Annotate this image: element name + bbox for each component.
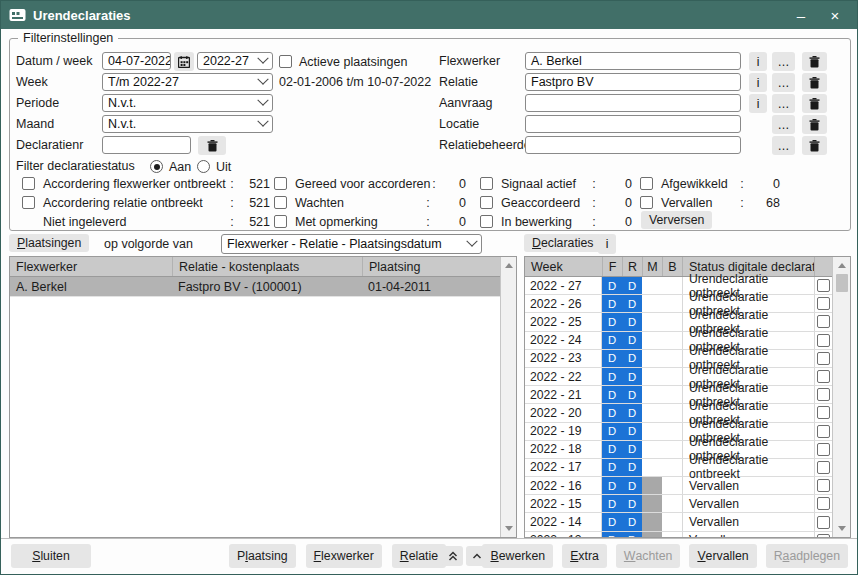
radio-uit[interactable] — [197, 160, 210, 173]
sort-select[interactable]: Flexwerker - Relatie - Plaatsingsdatum — [221, 234, 482, 254]
declaratie-row[interactable]: 2022 - 15 D D Vervallen — [525, 495, 832, 513]
aanvraag-input[interactable] — [525, 94, 741, 112]
flexwerker-browse-button[interactable]: … — [772, 52, 795, 71]
locatie-browse-button[interactable]: … — [772, 115, 795, 134]
relatiebeheerder-input[interactable] — [525, 136, 741, 154]
periode-label: Periode — [16, 96, 59, 110]
declaraties-scrollbar[interactable] — [832, 257, 850, 537]
plaatsing-row[interactable]: A. Berkel Fastpro BV - (100001) 01-04-20… — [10, 277, 500, 297]
row-checkbox[interactable] — [817, 352, 830, 365]
aanvraag-clear-button[interactable] — [802, 94, 827, 113]
declaratienr-clear-button[interactable] — [198, 136, 226, 155]
relatiebeheerder-browse-button[interactable]: … — [772, 136, 795, 155]
row-checkbox[interactable] — [817, 534, 830, 537]
declaratienr-input[interactable] — [102, 136, 191, 154]
row-checkbox[interactable] — [817, 479, 830, 492]
wachten-button[interactable]: Wachten — [616, 544, 681, 568]
flexwerker-button[interactable]: Flexwerker — [306, 544, 382, 568]
status-item: Wachten : 0 — [274, 193, 466, 212]
status-filter-checkbox[interactable] — [22, 196, 35, 209]
date-input[interactable]: 04-07-2022 — [102, 52, 171, 70]
declaratie-row[interactable]: 2022 - 16 D D Vervallen — [525, 477, 832, 495]
scrollbar-down-arrow[interactable] — [838, 526, 846, 531]
aanvraag-info-button[interactable]: i — [749, 94, 767, 113]
row-checkbox[interactable] — [817, 425, 830, 438]
periode-select[interactable]: N.v.t. — [102, 94, 273, 112]
maand-select[interactable]: N.v.t. — [102, 115, 273, 133]
row-checkbox[interactable] — [817, 443, 830, 456]
row-checkbox[interactable] — [817, 461, 830, 474]
col-week[interactable]: Week — [525, 257, 602, 276]
declaratie-row[interactable]: 2022 - 14 D D Vervallen — [525, 513, 832, 531]
calendar-button[interactable] — [174, 52, 194, 71]
col-relatie-kostenplaats[interactable]: Relatie - kostenplaats — [172, 257, 362, 276]
col-f[interactable]: F — [602, 257, 622, 276]
relatie-button[interactable]: Relatie — [392, 544, 446, 568]
actieve-plaatsingen-checkbox[interactable] — [279, 55, 292, 68]
row-checkbox[interactable] — [817, 370, 830, 383]
bewerken-button[interactable]: Bewerken — [482, 544, 553, 568]
b-cell — [662, 332, 682, 349]
vervallen-button[interactable]: Vervallen — [689, 544, 756, 568]
week-select[interactable]: 2022-27 — [197, 52, 273, 70]
scrollbar-thumb[interactable] — [836, 274, 848, 292]
col-m[interactable]: M — [642, 257, 662, 276]
relatie-browse-button[interactable]: … — [772, 73, 795, 92]
raadplegen-button[interactable]: Raadplegen — [766, 544, 848, 568]
close-button[interactable]: × — [821, 4, 849, 26]
relatie-clear-button[interactable] — [802, 73, 827, 92]
scrollbar-up-arrow[interactable] — [505, 263, 513, 268]
sluiten-button[interactable]: Sluiten — [11, 544, 91, 568]
flexwerker-info-button[interactable]: i — [749, 52, 767, 71]
verversen-button[interactable]: Verversen — [641, 211, 712, 229]
scroll-top-button[interactable] — [442, 546, 463, 566]
status-filter-checkbox[interactable] — [274, 196, 287, 209]
row-checkbox[interactable] — [817, 334, 830, 347]
row-checkbox[interactable] — [817, 388, 830, 401]
status-filter-checkbox[interactable] — [480, 196, 493, 209]
flexwerker-accord-cell: D — [602, 295, 622, 312]
scrollbar-down-arrow[interactable] — [505, 526, 513, 531]
plaatsingen-scrollbar[interactable] — [500, 257, 516, 537]
flexwerker-input[interactable]: A. Berkel — [525, 52, 741, 70]
status-filter-checkbox[interactable] — [274, 177, 287, 190]
row-checkbox[interactable] — [817, 516, 830, 529]
row-checkbox[interactable] — [817, 279, 830, 292]
status-filter-checkbox[interactable] — [22, 177, 35, 190]
declaratie-row[interactable]: 2022 - 13 D D Vervallen — [525, 532, 832, 537]
declaratie-row[interactable]: 2022 - 17 D D Urendeclaratie ontbreekt — [525, 459, 832, 477]
row-checkbox[interactable] — [817, 497, 830, 510]
tab-plaatsingen[interactable]: Plaatsingen — [9, 234, 89, 252]
m-cell — [642, 350, 662, 367]
radio-aan[interactable] — [150, 160, 163, 173]
status-filter-checkbox[interactable] — [640, 196, 653, 209]
declaraties-info-button[interactable]: i — [598, 234, 616, 254]
aanvraag-browse-button[interactable]: … — [772, 94, 795, 113]
relatiebeheerder-clear-button[interactable] — [802, 136, 827, 155]
row-checkbox[interactable] — [817, 315, 830, 328]
col-b[interactable]: B — [662, 257, 682, 276]
status-filter-checkbox[interactable] — [274, 215, 287, 228]
status-filter-checkbox[interactable] — [480, 177, 493, 190]
scrollbar-up-arrow[interactable] — [838, 263, 846, 268]
relatie-info-button[interactable]: i — [749, 73, 767, 92]
extra-button[interactable]: Extra — [562, 544, 607, 568]
col-flexwerker[interactable]: Flexwerker — [10, 257, 172, 276]
relatie-input[interactable]: Fastpro BV — [525, 73, 741, 91]
plaatsingen-table-header[interactable]: Flexwerker Relatie - kostenplaats Plaats… — [10, 257, 500, 277]
status-filter-checkbox[interactable] — [640, 177, 653, 190]
minimize-button[interactable]: – — [787, 4, 815, 26]
row-checkbox[interactable] — [817, 406, 830, 419]
col-r[interactable]: R — [622, 257, 642, 276]
titlebar[interactable]: Urendeclaraties – × — [1, 1, 857, 29]
locatie-input[interactable] — [525, 115, 741, 133]
actieve-plaatsingen-option[interactable]: Actieve plaatsingen — [279, 52, 407, 71]
row-checkbox[interactable] — [817, 297, 830, 310]
plaatsing-button[interactable]: Plaatsing — [229, 544, 296, 568]
locatie-clear-button[interactable] — [802, 115, 827, 134]
status-filter-checkbox[interactable] — [480, 215, 493, 228]
flexwerker-clear-button[interactable] — [802, 52, 827, 71]
week-range-select[interactable]: T/m 2022-27 — [102, 73, 273, 91]
col-plaatsing[interactable]: Plaatsing — [362, 257, 500, 276]
tab-declaraties[interactable]: Declaraties — [524, 234, 602, 252]
